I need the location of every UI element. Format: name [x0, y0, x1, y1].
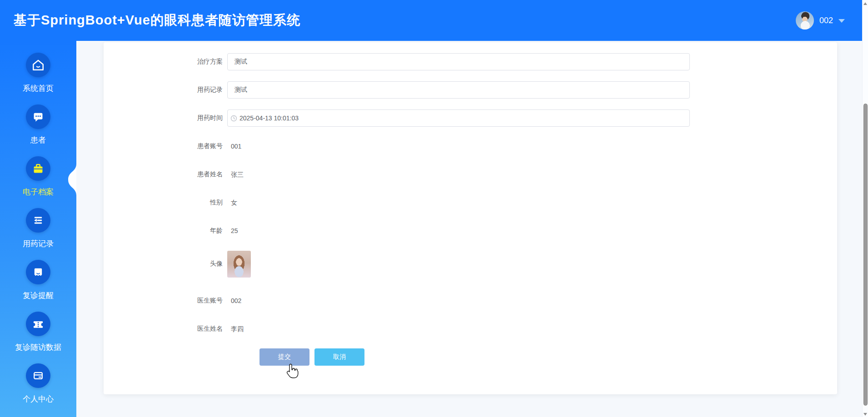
form-actions: 提交 取消	[104, 348, 837, 366]
ticket-icon	[26, 312, 50, 336]
form-row: 患者账号 001	[104, 138, 837, 155]
sidebar-label: 个人中心	[23, 394, 54, 404]
patient-name-value: 张三	[227, 166, 244, 183]
form-row: 年龄 25	[104, 222, 837, 239]
medication-time-input[interactable]	[227, 109, 690, 127]
app-title: 基于SpringBoot+Vue的眼科患者随访管理系统	[14, 11, 300, 30]
sidebar-item-home[interactable]: 系统首页	[0, 53, 76, 104]
form-row: 患者姓名 张三	[104, 166, 837, 183]
home-icon	[26, 53, 50, 77]
app-root: { "header": { "title": "基于SpringBoot+Vue…	[0, 0, 868, 417]
sidebar-label: 用药记录	[23, 238, 54, 249]
page-scrollbar	[862, 0, 868, 417]
doctor-account-value: 002	[227, 292, 241, 309]
sidebar-item-medication-records[interactable]: 用药记录	[0, 208, 76, 260]
sidebar-label: 复诊提醒	[23, 290, 54, 301]
avatar-label: 头像	[104, 260, 227, 268]
id-card-icon	[26, 363, 50, 388]
sidebar-label: 电子档案	[23, 187, 54, 197]
chevron-down-icon	[838, 19, 845, 23]
user-menu[interactable]: 002	[796, 11, 845, 30]
patient-avatar-image	[227, 251, 251, 278]
sidebar-item-followup-data[interactable]: 复诊随访数据	[0, 312, 76, 363]
treatment-plan-label: 治疗方案	[104, 58, 227, 66]
form-row: 医生姓名 李四	[104, 320, 837, 338]
sidebar-label: 患者	[30, 135, 46, 145]
sidebar-nav: 系统首页 患者 电子档案	[0, 41, 76, 417]
medication-time-label: 用药时间	[104, 114, 227, 122]
gender-label: 性别	[104, 199, 227, 207]
sidebar-item-personal-center[interactable]: 个人中心	[0, 363, 76, 415]
form-row: 性别 女	[104, 194, 837, 211]
sidebar-item-followup-reminder[interactable]: 复诊提醒	[0, 260, 76, 312]
medication-record-label: 用药记录	[104, 86, 227, 94]
patient-account-value: 001	[227, 138, 241, 155]
submit-button[interactable]: 提交	[259, 348, 309, 366]
age-value: 25	[227, 222, 238, 239]
age-label: 年龄	[104, 227, 227, 235]
sidebar-item-electronic-records[interactable]: 电子档案	[0, 156, 76, 208]
patient-account-label: 患者账号	[104, 142, 227, 150]
sidebar-label: 复诊随访数据	[15, 342, 61, 352]
chat-bubble-icon	[26, 104, 50, 129]
medication-record-input[interactable]	[227, 81, 690, 99]
patient-name-label: 患者姓名	[104, 170, 227, 179]
username-label: 002	[819, 16, 833, 25]
form-row: 用药时间	[104, 109, 837, 127]
doctor-account-label: 医生账号	[104, 297, 227, 305]
list-arrow-icon	[26, 208, 50, 233]
doctor-name-value: 李四	[227, 320, 244, 338]
reminder-box-icon	[26, 260, 50, 284]
form-row: 用药记录	[104, 81, 837, 99]
user-avatar	[796, 11, 814, 30]
form-row: 治疗方案	[104, 53, 837, 70]
scrollbar-thumb[interactable]	[863, 104, 868, 406]
sidebar-item-patients[interactable]: 患者	[0, 104, 76, 156]
treatment-plan-input[interactable]	[227, 53, 690, 70]
form-row: 医生账号 002	[104, 292, 837, 309]
sidebar-label: 系统首页	[23, 83, 54, 94]
clock-icon	[230, 115, 237, 122]
gender-value: 女	[227, 194, 237, 211]
record-form-card: 治疗方案 用药记录 用药时间 患者账号 001 患者姓名 张三 性别 女 年龄 …	[104, 42, 837, 394]
briefcase-icon	[26, 156, 50, 181]
doctor-name-label: 医生姓名	[104, 325, 227, 333]
form-row: 头像	[104, 250, 837, 278]
cancel-button[interactable]: 取消	[314, 348, 364, 366]
active-item-notch	[66, 164, 76, 195]
scrollbar-down-arrow[interactable]	[863, 413, 867, 416]
app-header: 基于SpringBoot+Vue的眼科患者随访管理系统 002	[0, 0, 862, 41]
scrollbar-up-arrow[interactable]	[863, 2, 867, 5]
